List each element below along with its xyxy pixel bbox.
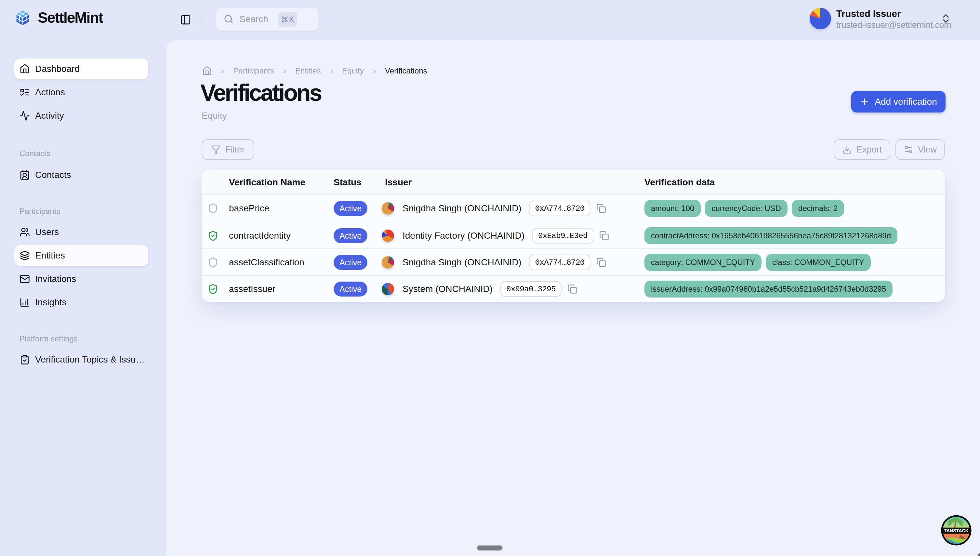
svg-text:TANSTACK: TANSTACK xyxy=(944,528,969,533)
